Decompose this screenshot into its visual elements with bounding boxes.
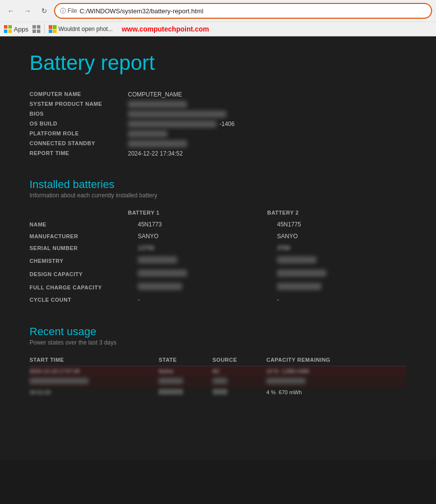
battery-col-b1: BATTERY 1 [128,207,267,219]
usage-state-1 [158,376,212,387]
battery-b2-manufacturer: SANYO [267,230,406,242]
usage-start-time-0: 2024-12-19 17:57:26 [30,366,158,377]
label-os-build: OS BUILD [30,121,128,127]
battery-label-chemistry: CHEMISTRY [30,254,128,267]
usage-source-1 [213,376,266,387]
recent-usage-title: Recent usage [30,325,406,338]
battery-row-serial: SERIAL NUMBER 13750 3700 [30,242,406,254]
label-system-product: SYSTEM PRODUCT NAME [30,101,128,108]
bookmark-label: Wouldnt open phot... [59,26,113,32]
battery-row-name: NAME 45N1773 45N1775 [30,219,406,230]
browser-toolbar: ← → ↻ ⓘ File C:/WINDOWS/system32/battery… [0,0,436,22]
value-os-build-suffix: -1406 [219,121,235,127]
batteries-subtitle: Information about each currently install… [30,192,406,199]
bookmarks-bar: Apps Wouldnt open phot... www.computechp… [0,22,436,36]
forward-button[interactable]: → [21,4,34,18]
battery-label-full-capacity: FULL CHARGE CAPACITY [30,281,128,294]
battery-b1-cycle-count: - [128,294,267,306]
usage-source-0: AC [213,366,266,377]
address-bar[interactable]: ⓘ File C:/WINDOWS/system32/battery-repor… [54,3,432,19]
battery-b1-serial: 13750 [128,242,267,254]
label-report-time: REPORT TIME [30,150,128,157]
value-report-time: 2024-12-22 17:34:52 [128,150,183,157]
windows-grid-icon [4,25,12,33]
batteries-title: Installed batteries [30,178,406,191]
usage-capacity-1 [266,376,406,387]
usage-capacity-0: 13 % 1,650 mWh [266,366,406,377]
usage-start-time-1 [30,376,158,387]
col-start-time: START TIME [30,354,158,366]
usage-row-0: 2024-12-19 17:57:26 Active AC 13 % 1,650… [30,366,406,377]
battery-b1-name: 45N1773 [128,219,267,230]
label-connected-standby: CONNECTED STANDBY [30,140,128,147]
address-bar-url: C:/WINDOWS/system32/battery-report.html [80,7,426,15]
label-platform-role: PLATFORM ROLE [30,130,128,137]
reload-button[interactable]: ↻ [37,4,51,18]
battery-table: BATTERY 1 BATTERY 2 NAME 45N1773 45N1775… [30,207,406,306]
value-bios [128,111,226,118]
battery-b2-name: 45N1775 [267,219,406,230]
battery-header-row: BATTERY 1 BATTERY 2 [30,207,406,219]
usage-capacity-2: 4 % 670 mWh [266,387,406,398]
info-row-computer-name: COMPUTER NAME COMPUTER_NAME [30,90,406,99]
battery-b2-chemistry [267,254,406,267]
browser-chrome: ← → ↻ ⓘ File C:/WINDOWS/system32/battery… [0,0,436,36]
value-os-build-prefix [128,121,217,127]
value-connected-standby [128,140,187,147]
website-label: www.computechpoint.com [122,25,209,33]
battery-label-design-capacity: DESIGN CAPACITY [30,267,128,281]
batteries-section: Installed batteries Information about ea… [30,178,406,199]
info-row-platform-role: PLATFORM ROLE [30,129,406,139]
info-row-os-build: OS BUILD -1406 [30,119,406,129]
battery-b2-cycle-count: - [267,294,406,306]
page-content: Battery report COMPUTER NAME COMPUTER_NA… [0,36,436,460]
system-info-table: COMPUTER NAME COMPUTER_NAME SYSTEM PRODU… [30,90,406,158]
value-system-product [128,101,187,108]
recent-usage-subtitle: Power states over the last 3 days [30,339,406,346]
info-icon: ⓘ File [60,7,77,15]
usage-source-2 [213,387,266,398]
back-button[interactable]: ← [4,4,18,18]
info-row-report-time: REPORT TIME 2024-12-22 17:34:52 [30,149,406,158]
battery-row-design-capacity: DESIGN CAPACITY [30,267,406,281]
bookmark-item-ms[interactable]: Wouldnt open phot... [49,25,113,33]
battery-label-cycle-count: CYCLE COUNT [30,294,128,306]
battery-label-manufacturer: MANUFACTURER [30,230,128,242]
recent-usage-section: Recent usage Power states over the last … [30,325,406,398]
battery-b1-design-capacity [128,267,267,281]
col-capacity: CAPACITY REMAINING [266,354,406,366]
usage-header-row: START TIME STATE SOURCE CAPACITY REMAINI… [30,354,406,366]
usage-row-1 [30,376,406,387]
battery-col-b2: BATTERY 2 [267,207,406,219]
label-computer-name: COMPUTER NAME [30,91,128,98]
battery-b2-full-capacity [267,281,406,294]
battery-b1-full-capacity [128,281,267,294]
toolbar-separator [44,24,45,34]
battery-b2-design-capacity [267,267,406,281]
grid-view-icon [32,25,40,33]
ms-logo-icon [49,25,57,33]
label-bios: BIOS [30,111,128,118]
apps-bookmark[interactable]: Apps [4,25,29,33]
col-state: STATE [158,354,212,366]
value-computer-name: COMPUTER_NAME [128,91,182,98]
usage-start-time-2: 29:31:03 [30,387,158,398]
battery-b1-chemistry [128,254,267,267]
page-title: Battery report [30,51,406,75]
battery-row-full-capacity: FULL CHARGE CAPACITY [30,281,406,294]
battery-label-name: NAME [30,219,128,230]
info-row-connected-standby: CONNECTED STANDBY [30,139,406,149]
url-scheme-label: File [67,7,77,14]
value-platform-role [128,130,167,137]
usage-row-2: 29:31:03 4 % 670 mWh [30,387,406,398]
battery-label-serial: SERIAL NUMBER [30,242,128,254]
col-source: SOURCE [213,354,266,366]
info-row-bios: BIOS [30,109,406,119]
usage-state-0: Active [158,366,212,377]
battery-b2-serial: 3700 [267,242,406,254]
battery-row-cycle-count: CYCLE COUNT - - [30,294,406,306]
info-row-system-product: SYSTEM PRODUCT NAME [30,99,406,109]
battery-row-manufacturer: MANUFACTURER SANYO SANYO [30,230,406,242]
battery-row-chemistry: CHEMISTRY [30,254,406,267]
usage-table: START TIME STATE SOURCE CAPACITY REMAINI… [30,354,406,398]
